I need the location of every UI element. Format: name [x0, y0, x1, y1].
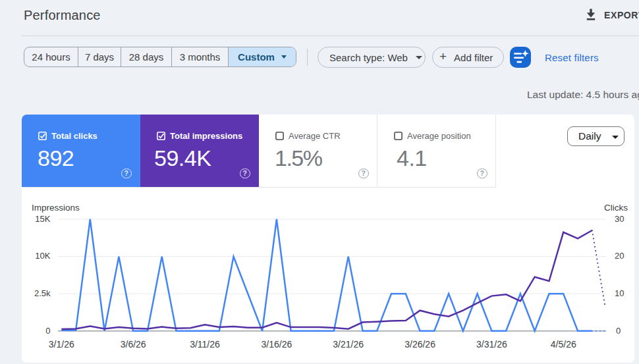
svg-text:15K: 15K — [35, 214, 50, 224]
svg-text:30: 30 — [615, 214, 624, 224]
svg-text:3/26/26: 3/26/26 — [404, 339, 435, 350]
svg-text:10K: 10K — [35, 251, 50, 261]
svg-text:10: 10 — [615, 288, 624, 298]
svg-text:3/1/26: 3/1/26 — [49, 339, 74, 350]
svg-text:3/16/26: 3/16/26 — [262, 339, 292, 350]
svg-text:3/21/26: 3/21/26 — [333, 339, 364, 350]
svg-text:0: 0 — [45, 326, 50, 336]
svg-text:0: 0 — [616, 326, 621, 336]
svg-text:Impressions: Impressions — [32, 203, 80, 213]
svg-text:20: 20 — [615, 251, 624, 261]
svg-text:4/5/26: 4/5/26 — [551, 339, 576, 350]
svg-text:3/31/26: 3/31/26 — [476, 339, 507, 350]
svg-text:Clicks: Clicks — [604, 203, 628, 213]
svg-text:3/6/26: 3/6/26 — [121, 339, 146, 350]
svg-text:3/11/26: 3/11/26 — [190, 339, 220, 350]
svg-text:2.5k: 2.5k — [34, 288, 51, 298]
